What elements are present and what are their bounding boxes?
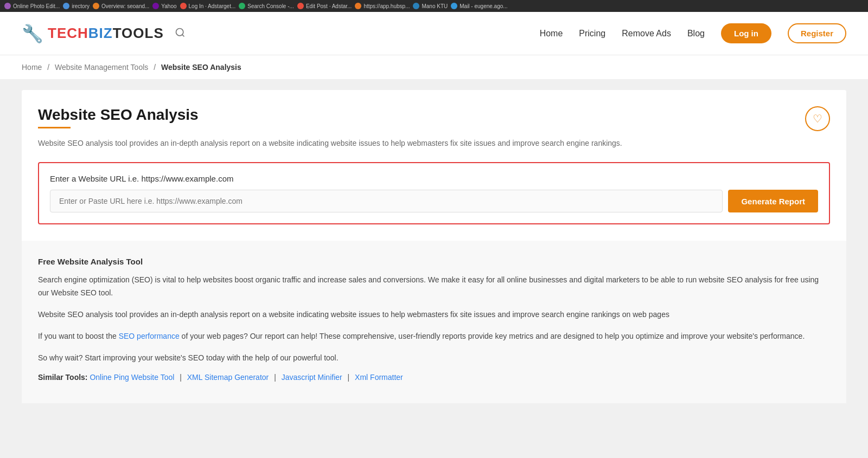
section-label: Free Website Analysis Tool (38, 257, 830, 266)
similar-tool-1[interactable]: Online Ping Website Tool (90, 373, 174, 382)
breadcrumb-current: Website SEO Analysis (161, 63, 241, 72)
generate-report-button[interactable]: Generate Report (728, 190, 818, 212)
tab-7[interactable]: Edit Post · Adstar... (297, 3, 352, 9)
logo[interactable]: 🔧 TECHBIZTOOLS (22, 23, 164, 44)
tab-9[interactable]: Mano KTU (413, 3, 448, 9)
nav-pricing[interactable]: Pricing (579, 29, 605, 38)
tab-4[interactable]: Yahoo (152, 3, 176, 9)
similar-tools-label: Similar Tools: (38, 373, 88, 382)
url-input[interactable] (50, 190, 723, 212)
tab-5[interactable]: Log In · Adstarget... (180, 3, 236, 9)
tab-10[interactable]: Mail - eugene.ago... (451, 3, 507, 9)
content-section: Free Website Analysis Tool Search engine… (22, 241, 846, 403)
breadcrumb: Home / Website Management Tools / Websit… (0, 55, 868, 79)
url-section: Enter a Website URL i.e. https://www.exa… (38, 162, 830, 224)
tab-6[interactable]: Search Console -... (239, 3, 294, 9)
tab-8[interactable]: https://app.hubsp... (355, 3, 410, 9)
heart-icon: ♡ (813, 112, 822, 125)
similar-tool-3[interactable]: Javascript Minifier (282, 373, 342, 382)
svg-point-0 (176, 29, 183, 36)
similar-tool-4[interactable]: Xml Formatter (355, 373, 403, 382)
content-para-1: Search engine optimization (SEO) is vita… (38, 274, 830, 300)
favorite-button[interactable]: ♡ (805, 106, 830, 131)
login-button[interactable]: Log in (721, 23, 771, 43)
url-input-row: Generate Report (50, 190, 818, 212)
search-button[interactable] (175, 27, 186, 40)
site-header: 🔧 TECHBIZTOOLS Home Pricing Remove Ads B… (0, 12, 868, 55)
page-title: Website SEO Analysis (38, 106, 622, 124)
content-para-3: If you want to boost the SEO performance… (38, 330, 830, 343)
svg-line-1 (182, 35, 184, 37)
tab-3[interactable]: Overview: seoand... (93, 3, 149, 9)
browser-tab-bar: Online Photo Edit... irectory Overview: … (0, 0, 868, 12)
similar-tools: Similar Tools: Online Ping Website Tool … (38, 373, 830, 382)
main-wrapper: Website SEO Analysis Website SEO analysi… (0, 79, 868, 458)
url-label: Enter a Website URL i.e. https://www.exa… (50, 174, 818, 183)
similar-tool-2[interactable]: XML Sitemap Generator (187, 373, 269, 382)
title-underline (38, 127, 71, 128)
main-nav: Home Pricing Remove Ads Blog Log in Regi… (540, 23, 846, 43)
content-card: Website SEO Analysis Website SEO analysi… (22, 90, 846, 403)
tab-1[interactable]: Online Photo Edit... (4, 3, 60, 9)
content-para-2: Website SEO analysis tool provides an in… (38, 308, 830, 321)
para3-prefix: If you want to boost the (38, 332, 119, 340)
logo-text: TECHBIZTOOLS (48, 25, 164, 42)
logo-icon: 🔧 (22, 23, 43, 44)
seo-performance-link[interactable]: SEO performance (119, 332, 180, 340)
nav-remove-ads[interactable]: Remove Ads (622, 29, 671, 38)
para3-suffix: of your web pages? Our report can help! … (180, 332, 805, 340)
title-block: Website SEO Analysis Website SEO analysi… (38, 106, 622, 162)
content-para-4: So why wait? Start improving your websit… (38, 352, 830, 365)
breadcrumb-home[interactable]: Home (22, 63, 42, 72)
nav-home[interactable]: Home (540, 29, 563, 38)
tab-2[interactable]: irectory (63, 3, 90, 9)
register-button[interactable]: Register (788, 23, 846, 43)
breadcrumb-parent[interactable]: Website Management Tools (55, 63, 148, 72)
page-subtitle: Website SEO analysis tool provides an in… (38, 137, 622, 149)
title-row: Website SEO Analysis Website SEO analysi… (38, 106, 830, 162)
nav-blog[interactable]: Blog (687, 29, 705, 38)
